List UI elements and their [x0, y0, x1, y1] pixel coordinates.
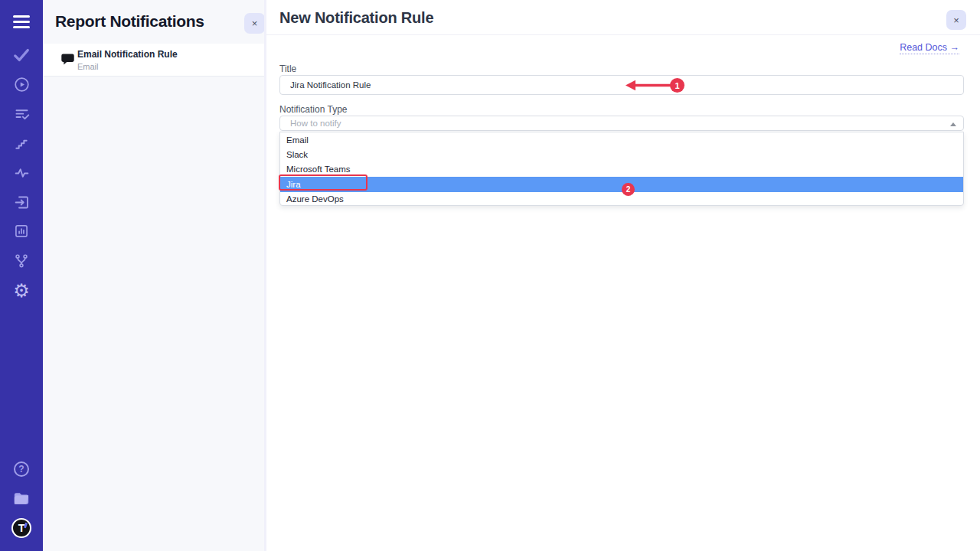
sign-in-icon[interactable] [0, 191, 43, 213]
help-glyph: ? [14, 461, 29, 477]
logo-letter: T [18, 522, 25, 534]
panel-title: Report Notifications [55, 12, 204, 31]
notification-type-select[interactable]: How to notify [279, 116, 964, 131]
play-circle-icon[interactable] [0, 73, 43, 95]
read-docs-link[interactable]: Read Docs → [900, 42, 959, 54]
rule-item-title: Email Notification Rule [77, 49, 178, 60]
dialog-title: New Notification Rule [279, 9, 433, 27]
branch-icon[interactable] [0, 250, 43, 272]
dropdown-option-microsoft-teams[interactable]: Microsoft Teams [280, 162, 963, 177]
select-placeholder: How to notify [290, 119, 341, 128]
rule-item-subtitle: Email [77, 62, 99, 71]
close-icon: × [953, 15, 959, 26]
dialog-header: New Notification Rule × [266, 0, 980, 35]
menu-icon[interactable] [0, 11, 43, 32]
dropdown-option-email[interactable]: Email [280, 132, 963, 147]
dialog-close-button[interactable]: × [946, 10, 966, 30]
app-logo[interactable]: T [0, 517, 43, 539]
caret-up-icon [950, 122, 956, 126]
app-window: ⚙ ? T Report Notifications × Email Notif… [0, 0, 980, 551]
settings-gear-icon[interactable]: ⚙ [0, 280, 43, 302]
report-notifications-panel: Report Notifications × Email Notificatio… [43, 0, 264, 551]
bar-chart-icon[interactable] [0, 220, 43, 242]
dropdown-option-slack[interactable]: Slack [280, 147, 963, 161]
title-input[interactable] [279, 75, 964, 95]
logo-accent [24, 523, 28, 529]
title-field-label: Title [279, 64, 296, 74]
steps-icon[interactable] [0, 133, 43, 155]
notification-type-label: Notification Type [279, 104, 348, 115]
folder-icon[interactable] [0, 487, 43, 509]
help-icon[interactable]: ? [0, 458, 43, 480]
close-icon: × [252, 18, 258, 29]
check-icon[interactable] [0, 44, 43, 66]
dropdown-option-jira[interactable]: Jira [280, 177, 963, 191]
activity-icon[interactable] [0, 162, 43, 184]
panel-close-button[interactable]: × [244, 13, 265, 34]
gear-glyph: ⚙ [13, 282, 30, 300]
dropdown-option-azure-devops[interactable]: Azure DevOps [280, 192, 963, 207]
notification-rule-list-item[interactable]: Email Notification Rule Email [43, 44, 264, 77]
notification-type-dropdown: Email Slack Microsoft Teams Jira Azure D… [279, 132, 964, 206]
speech-bubble-icon [60, 52, 75, 70]
list-check-icon[interactable] [0, 103, 43, 125]
new-notification-rule-dialog: New Notification Rule × Read Docs → Titl… [266, 0, 980, 551]
icon-sidebar: ⚙ ? T [0, 0, 43, 551]
